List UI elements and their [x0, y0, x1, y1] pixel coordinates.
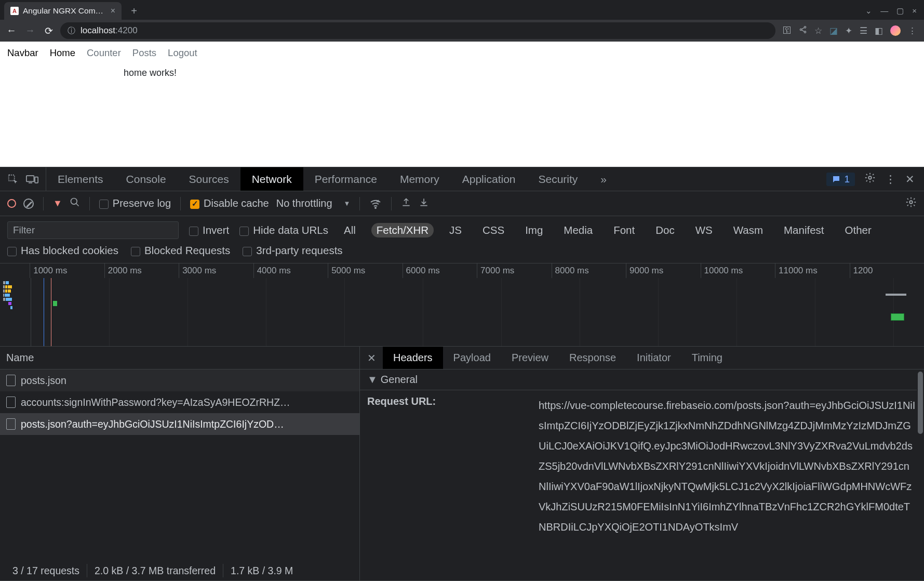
details-tab-initiator[interactable]: Initiator [626, 347, 681, 369]
section-general[interactable]: ▼General [360, 369, 924, 390]
details-tab-payload[interactable]: Payload [443, 347, 501, 369]
share-icon[interactable] [799, 25, 807, 36]
chevron-down-icon[interactable]: ⌄ [865, 6, 872, 16]
timeline-tick: 11000 ms [775, 263, 849, 278]
status-resources: 1.7 kB / 3.9 M [223, 564, 300, 577]
download-har-icon[interactable] [419, 197, 429, 210]
request-list-header[interactable]: Name [0, 347, 359, 369]
search-icon[interactable] [70, 197, 80, 210]
reload-button[interactable]: ⟳ [42, 23, 56, 38]
devtools-tab-more[interactable]: » [589, 167, 618, 191]
disclosure-triangle-icon: ▼ [367, 374, 378, 385]
preserve-log-checkbox[interactable]: Preserve log [99, 197, 171, 209]
chevron-down-icon: ▼ [344, 200, 351, 207]
devtools-tab-network[interactable]: Network [240, 167, 303, 191]
details-tab-preview[interactable]: Preview [501, 347, 559, 369]
key-icon[interactable]: ⚿ [783, 25, 792, 36]
devtools-tab-sources[interactable]: Sources [178, 167, 240, 191]
back-button[interactable]: ← [4, 23, 19, 38]
timeline-tick: 5000 ms [328, 263, 402, 278]
timeline-tick: 8000 ms [552, 263, 626, 278]
extensions-icon[interactable]: ✦ [845, 25, 852, 36]
clear-button[interactable] [23, 199, 34, 209]
network-settings-icon[interactable] [905, 196, 917, 210]
tab-close-icon[interactable]: × [111, 6, 115, 16]
extension-icon-1[interactable]: ◪ [829, 25, 838, 36]
request-url-label: Request URL: [367, 395, 539, 407]
devtools-tab-performance[interactable]: Performance [303, 167, 389, 191]
nav-home[interactable]: Home [50, 47, 75, 59]
hide-data-urls-checkbox[interactable]: Hide data URLs [239, 224, 328, 236]
type-img[interactable]: Img [520, 223, 548, 237]
timeline-overview[interactable]: 1000 ms 2000 ms 3000 ms 4000 ms 5000 ms … [0, 263, 924, 347]
type-doc[interactable]: Doc [650, 223, 679, 237]
nav-posts[interactable]: Posts [132, 47, 156, 59]
svg-point-7 [71, 199, 77, 205]
details-tab-headers[interactable]: Headers [383, 347, 443, 369]
details-scrollbar[interactable] [917, 369, 924, 580]
devtools-tab-console[interactable]: Console [115, 167, 178, 191]
devtools-tab-application[interactable]: Application [451, 167, 527, 191]
details-tab-response[interactable]: Response [559, 347, 626, 369]
devtools-close-icon[interactable]: ✕ [905, 173, 915, 186]
type-manifest[interactable]: Manifest [779, 223, 829, 237]
bookmark-star-icon[interactable]: ☆ [814, 25, 822, 36]
reading-list-icon[interactable]: ☰ [860, 25, 867, 36]
window-minimize-icon[interactable]: — [880, 6, 888, 16]
nav-logout[interactable]: Logout [168, 47, 197, 59]
throttling-select[interactable]: No throttling ▼ [276, 197, 351, 209]
devtools-tab-elements[interactable]: Elements [46, 167, 115, 191]
request-row[interactable]: posts.json?auth=eyJhbGciOiJSUzI1NiIsImtp… [0, 413, 359, 435]
forward-button[interactable]: → [23, 23, 37, 38]
type-media[interactable]: Media [558, 223, 598, 237]
details-tab-timing[interactable]: Timing [681, 347, 733, 369]
settings-gear-icon[interactable] [864, 172, 876, 186]
status-transferred: 2.0 kB / 3.7 MB transferred [87, 564, 223, 577]
request-row[interactable]: accounts:signInWithPassword?key=AIzaSyA9… [0, 391, 359, 413]
third-party-checkbox[interactable]: 3rd-party requests [243, 244, 342, 257]
load-line [51, 278, 51, 347]
svg-rect-4 [26, 176, 34, 181]
devtools-tab-memory[interactable]: Memory [389, 167, 451, 191]
invert-checkbox[interactable]: Invert [189, 224, 229, 236]
kebab-menu-icon[interactable]: ⋮ [908, 25, 917, 36]
timeline-tick: 2000 ms [104, 263, 179, 278]
browser-tab[interactable]: A Angular NGRX Complete × [4, 2, 122, 20]
has-blocked-cookies-checkbox[interactable]: Has blocked cookies [7, 244, 118, 257]
type-all[interactable]: All [339, 223, 361, 237]
filter-input[interactable]: Filter [7, 221, 179, 239]
type-js[interactable]: JS [444, 223, 467, 237]
blocked-requests-checkbox[interactable]: Blocked Requests [131, 244, 230, 257]
type-other[interactable]: Other [840, 223, 877, 237]
site-info-icon[interactable]: ⓘ [68, 26, 75, 36]
type-wasm[interactable]: Wasm [728, 223, 768, 237]
address-bar[interactable]: ⓘ localhost:4200 [60, 22, 775, 39]
timeline-tick: 10000 ms [701, 263, 775, 278]
profile-avatar[interactable] [890, 25, 901, 36]
tab-favicon: A [10, 7, 19, 15]
filter-toggle-icon[interactable]: ▼ [53, 198, 62, 209]
record-button[interactable] [7, 199, 16, 208]
type-fetch-xhr[interactable]: Fetch/XHR [371, 223, 434, 237]
devtools-tab-security[interactable]: Security [527, 167, 589, 191]
type-css[interactable]: CSS [477, 223, 510, 237]
network-conditions-icon[interactable] [369, 197, 382, 210]
details-close-icon[interactable]: ✕ [360, 352, 383, 364]
inspect-icon[interactable] [7, 174, 19, 185]
type-font[interactable]: Font [608, 223, 640, 237]
window-restore-icon[interactable]: ▢ [896, 6, 904, 16]
extension-icon-2[interactable]: ◧ [875, 25, 883, 36]
window-close-icon[interactable]: × [912, 6, 917, 16]
new-tab-button[interactable]: + [127, 4, 141, 18]
devtools-kebab-icon[interactable]: ⋮ [885, 173, 896, 186]
upload-har-icon[interactable] [401, 197, 411, 210]
domcontentloaded-line [44, 278, 44, 347]
disable-cache-checkbox[interactable]: Disable cache [190, 197, 269, 209]
type-ws[interactable]: WS [690, 223, 718, 237]
timeline-tick: 7000 ms [477, 263, 551, 278]
device-toggle-icon[interactable] [26, 174, 38, 185]
request-row[interactable]: posts.json [0, 369, 359, 391]
issues-badge[interactable]: 1 [826, 173, 855, 186]
url-port: :4200 [115, 25, 138, 35]
nav-counter[interactable]: Counter [87, 47, 121, 59]
